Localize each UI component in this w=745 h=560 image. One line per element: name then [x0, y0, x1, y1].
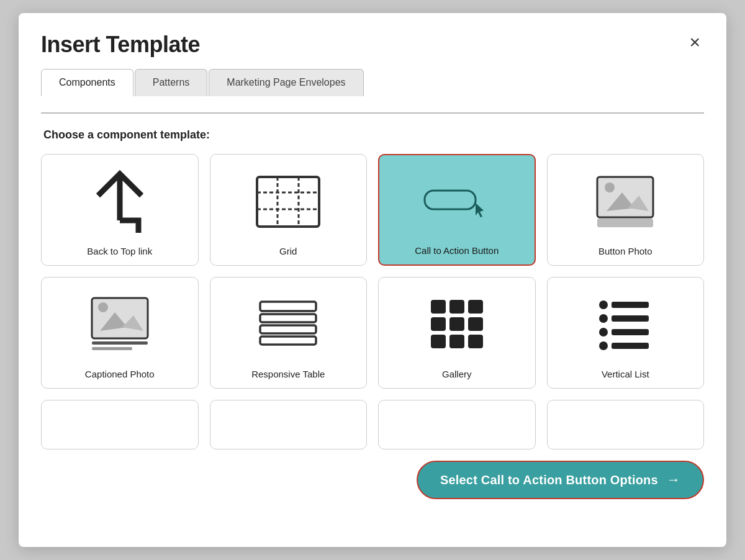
- close-button[interactable]: ×: [685, 32, 704, 53]
- select-cta-button[interactable]: Select Call to Action Button Options →: [417, 461, 704, 499]
- svg-rect-29: [449, 335, 464, 348]
- partial-card-2[interactable]: [210, 400, 368, 449]
- grid-icon: [217, 166, 361, 237]
- svg-rect-38: [612, 343, 649, 349]
- svg-rect-26: [449, 317, 464, 331]
- svg-rect-16: [92, 341, 148, 345]
- svg-point-33: [599, 314, 608, 323]
- svg-point-10: [605, 183, 615, 192]
- partial-card-4[interactable]: [547, 400, 705, 449]
- cta-arrow-icon: →: [667, 472, 680, 488]
- cta-button-label: Select Call to Action Button Options: [440, 473, 658, 487]
- svg-rect-17: [92, 347, 132, 350]
- card-grid[interactable]: Grid: [210, 154, 368, 266]
- svg-rect-5: [425, 191, 476, 209]
- card-grid-label: Grid: [279, 246, 297, 256]
- card-button-photo-label: Button Photo: [598, 246, 652, 256]
- call-to-action-icon: [386, 166, 528, 237]
- tab-marketing-page-envelopes[interactable]: Marketing Page Envelopes: [209, 69, 363, 96]
- svg-rect-32: [612, 302, 649, 308]
- template-grid: Back to Top link Grid: [41, 154, 704, 389]
- card-vertical-list-label: Vertical List: [602, 369, 649, 379]
- card-button-photo[interactable]: Button Photo: [547, 154, 705, 266]
- partial-card-1[interactable]: [41, 400, 199, 449]
- svg-rect-11: [597, 219, 653, 227]
- dialog-title: Insert Template: [41, 32, 200, 58]
- captioned-photo-icon: [48, 289, 192, 360]
- svg-rect-19: [260, 314, 316, 322]
- dialog-header: Insert Template ×: [41, 32, 704, 58]
- svg-rect-18: [260, 302, 316, 311]
- svg-marker-6: [476, 203, 484, 217]
- svg-point-31: [599, 300, 608, 309]
- section-label: Choose a component template:: [43, 129, 704, 142]
- svg-point-35: [599, 328, 608, 336]
- card-responsive-table[interactable]: Responsive Table: [210, 277, 368, 389]
- tab-bar: Components Patterns Marketing Page Envel…: [41, 69, 704, 96]
- svg-point-15: [98, 302, 108, 312]
- button-photo-icon: [554, 166, 698, 237]
- svg-rect-21: [260, 336, 316, 345]
- responsive-table-icon: [217, 289, 361, 360]
- svg-rect-34: [612, 315, 649, 322]
- svg-rect-0: [257, 177, 319, 227]
- back-to-top-icon: [48, 166, 192, 237]
- svg-rect-28: [431, 335, 446, 348]
- card-call-to-action[interactable]: Call to Action Button: [378, 154, 536, 266]
- svg-rect-20: [260, 325, 316, 333]
- card-responsive-table-label: Responsive Table: [251, 369, 325, 379]
- card-back-to-top[interactable]: Back to Top link: [41, 154, 199, 266]
- insert-template-dialog: Insert Template × Components Patterns Ma…: [19, 13, 726, 547]
- card-gallery[interactable]: Gallery: [378, 277, 536, 389]
- svg-point-37: [599, 341, 608, 350]
- card-captioned-photo-label: Captioned Photo: [85, 369, 155, 379]
- partial-card-3[interactable]: [378, 400, 536, 449]
- svg-rect-22: [431, 300, 446, 314]
- partial-row: [41, 400, 704, 449]
- card-captioned-photo[interactable]: Captioned Photo: [41, 277, 199, 389]
- svg-rect-25: [431, 317, 446, 331]
- card-back-to-top-label: Back to Top link: [87, 246, 152, 256]
- tab-components[interactable]: Components: [41, 69, 133, 96]
- vertical-list-icon: [554, 289, 698, 360]
- dialog-footer: Select Call to Action Button Options →: [41, 454, 704, 499]
- svg-rect-30: [468, 335, 483, 348]
- svg-rect-36: [612, 329, 649, 335]
- gallery-icon: [385, 289, 529, 360]
- svg-rect-24: [468, 300, 483, 314]
- card-vertical-list[interactable]: Vertical List: [547, 277, 705, 389]
- tab-patterns[interactable]: Patterns: [135, 69, 208, 96]
- svg-rect-27: [468, 317, 483, 331]
- card-gallery-label: Gallery: [442, 369, 472, 379]
- svg-rect-23: [449, 300, 464, 314]
- card-call-to-action-label: Call to Action Button: [415, 245, 499, 256]
